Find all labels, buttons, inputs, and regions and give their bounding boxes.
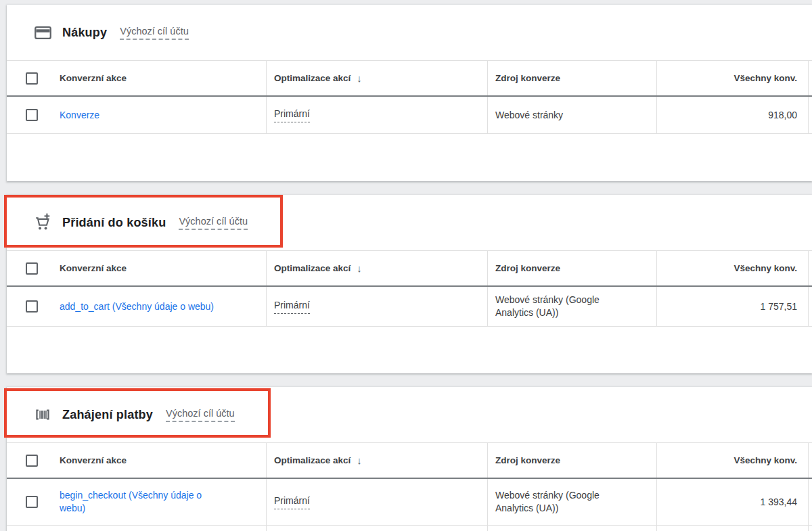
conversion-source-value: Webové stránky (Google Analytics (UA)) xyxy=(487,287,656,326)
conversions-table: Konverzní akce Optimalizace akcí ↓ Zdroj… xyxy=(7,60,812,134)
col-header-label: Optimalizace akcí xyxy=(274,263,351,273)
col-header-conversion-source[interactable]: Zdroj konverze xyxy=(487,443,656,478)
conversion-action-link[interactable]: begin_checkout (Všechny údaje o webu) xyxy=(60,489,224,515)
row-checkbox[interactable] xyxy=(26,300,38,313)
section-header: Nákupy Výchozí cíl účtu xyxy=(7,5,812,60)
optimization-status[interactable]: Primární xyxy=(274,299,310,314)
clipped-column xyxy=(808,61,812,95)
table-row-clipped xyxy=(7,526,812,531)
clipped-column xyxy=(808,97,812,133)
credit-card-icon xyxy=(32,24,53,42)
col-header-conversion-source[interactable]: Zdroj konverze xyxy=(487,61,656,95)
conversion-action-link[interactable]: add_to_cart (Všechny údaje o webu) xyxy=(60,300,214,313)
highlight-annotation-box xyxy=(4,388,271,438)
clipped-column xyxy=(808,251,812,285)
conversion-source-value: Webové stránky (Google Analytics (UA)) xyxy=(487,479,656,525)
all-conversions-value: 918,00 xyxy=(656,97,808,133)
section-add-to-cart: Přidání do košíku Výchozí cíl účtu Konve… xyxy=(7,195,812,373)
clipped-column xyxy=(808,479,812,525)
col-header-all-conversions[interactable]: Všechny konv. xyxy=(656,61,808,95)
sort-desc-icon[interactable]: ↓ xyxy=(357,72,362,84)
col-header-action-optimization[interactable]: Optimalizace akcí ↓ xyxy=(266,443,487,478)
col-header-conversion-action[interactable]: Konverzní akce xyxy=(60,61,266,95)
highlight-annotation-box xyxy=(4,195,283,248)
clipped-column xyxy=(808,287,812,326)
table-row: Konverze Primární Webové stránky 918,00 xyxy=(7,97,812,134)
col-header-conversion-source[interactable]: Zdroj konverze xyxy=(487,251,656,285)
conversions-table: Konverzní akce Optimalizace akcí ↓ Zdroj… xyxy=(7,250,812,327)
col-header-action-optimization[interactable]: Optimalizace akcí ↓ xyxy=(266,251,487,285)
table-header-row: Konverzní akce Optimalizace akcí ↓ Zdroj… xyxy=(7,251,812,287)
section-title: Nákupy xyxy=(62,26,107,40)
conversion-source-value: Webové stránky xyxy=(487,97,656,133)
col-header-label: Optimalizace akcí xyxy=(274,455,351,465)
default-goal-badge[interactable]: Výchozí cíl účtu xyxy=(120,26,189,40)
col-header-action-optimization[interactable]: Optimalizace akcí ↓ xyxy=(266,61,487,95)
conversions-table: Konverzní akce Optimalizace akcí ↓ Zdroj… xyxy=(7,442,812,531)
table-header-row: Konverzní akce Optimalizace akcí ↓ Zdroj… xyxy=(7,61,812,97)
select-all-checkbox[interactable] xyxy=(26,72,38,85)
col-header-conversion-action[interactable]: Konverzní akce xyxy=(60,251,266,285)
optimization-status[interactable]: Primární xyxy=(274,108,310,122)
row-checkbox[interactable] xyxy=(26,496,38,508)
table-row: add_to_cart (Všechny údaje o webu) Primá… xyxy=(7,287,812,327)
optimization-status[interactable]: Primární xyxy=(274,494,310,509)
section-begin-checkout: Zahájení platby Výchozí cíl účtu Konverz… xyxy=(7,387,812,531)
conversion-action-link[interactable]: Konverze xyxy=(60,109,99,122)
table-row: begin_checkout (Všechny údaje o webu) Pr… xyxy=(7,479,812,526)
col-header-all-conversions[interactable]: Všechny konv. xyxy=(656,443,808,478)
col-header-conversion-action[interactable]: Konverzní akce xyxy=(60,443,266,478)
row-checkbox[interactable] xyxy=(26,109,38,121)
col-header-label: Optimalizace akcí xyxy=(274,73,351,83)
sort-desc-icon[interactable]: ↓ xyxy=(357,262,362,274)
clipped-column xyxy=(808,443,812,478)
all-conversions-value: 1 393,44 xyxy=(656,479,808,525)
select-all-checkbox[interactable] xyxy=(26,455,38,467)
select-all-checkbox[interactable] xyxy=(26,262,38,275)
table-header-row: Konverzní akce Optimalizace akcí ↓ Zdroj… xyxy=(7,443,812,479)
all-conversions-value: 1 757,51 xyxy=(656,287,808,326)
section-purchases: Nákupy Výchozí cíl účtu Konverzní akce O… xyxy=(7,5,812,181)
sort-desc-icon[interactable]: ↓ xyxy=(357,455,362,466)
col-header-all-conversions[interactable]: Všechny konv. xyxy=(656,251,808,285)
